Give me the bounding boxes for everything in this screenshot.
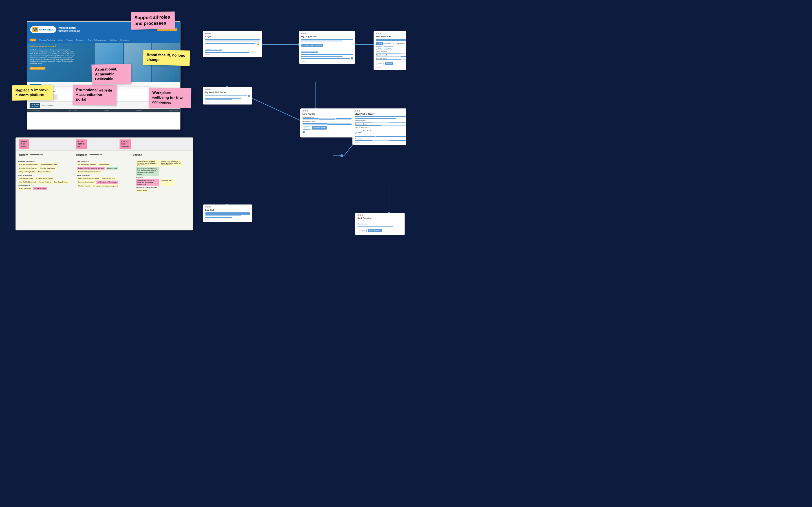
ess-add-btn[interactable]: + Add (376, 42, 384, 45)
sticky-ww-member: WorkWell Member Programs (18, 167, 38, 170)
sticky-ww-is-my-area: consider 'WorkWell is my area' approach (77, 167, 105, 170)
org-dots (301, 33, 353, 34)
login-field2 (205, 41, 260, 41)
login-row: 🔒 (205, 42, 260, 45)
sticky-ww-cases: WorkWell Case Studies (39, 167, 56, 170)
sticky-where-is-ww: Where is WorkWell (18, 187, 32, 190)
org-line2 (301, 41, 343, 41)
footer-link-news[interactable]: News & Events (68, 110, 77, 112)
sticky-benefits-wp: Benefits Workplace Health (40, 163, 58, 166)
sticky-what-goodwork: What is GoodWork? (37, 170, 52, 173)
np-indicator-dot (303, 131, 305, 133)
portal-footer: Footer (205, 101, 250, 103)
create-new-org-btn[interactable]: + Create New Org Profile (301, 42, 353, 47)
logo-wordmark: WORKWELL (39, 28, 54, 31)
aq-new-question-row: New Question (357, 221, 402, 226)
right-panel: Login 🔒 WorkWell Portal Login Footer My … (197, 0, 406, 253)
flow-box-add-question: Add Question New Question Cancel Save Qu… (355, 213, 405, 235)
ess-footer: Footer (376, 66, 406, 68)
sticky-mgmt-commitment: senior management commitment (77, 177, 100, 180)
sticky-current-members: Current WorkWell members (77, 163, 97, 166)
portal-dot (248, 95, 250, 97)
ess-title: Edit Staff Surv... (376, 35, 406, 38)
flow-box-my-workwell-portal: My WorkWell Portal Footer (203, 87, 252, 105)
vpr-costs-lines (355, 125, 406, 126)
sticky-consider-ww: consider WorkWell (33, 187, 47, 190)
nav-members[interactable]: Members (109, 39, 118, 41)
sticky-how-works: How WorkWell Works (18, 177, 34, 180)
ess-section3: Edit Section 3 (376, 57, 406, 59)
header-tagline: Working better through wellbeing (58, 26, 80, 33)
nav-wellbeing[interactable]: Workplace Wellbeing (38, 39, 56, 41)
ess-line2 (376, 40, 406, 41)
nav-priority[interactable]: Priority Wellbeing Areas (87, 39, 107, 41)
org-footer: Footer (301, 60, 353, 62)
nav-about[interactable]: About (57, 39, 64, 41)
stage-commit: Commit (133, 152, 190, 157)
footer-link-privacy[interactable]: Privacy Policy (169, 110, 177, 112)
nav-process[interactable]: Process (65, 39, 74, 41)
logout-footer: Footer (205, 219, 250, 221)
ess-save-btn[interactable]: Save (376, 62, 384, 65)
hero-cta-btn[interactable]: Join WorkWell Today (30, 67, 45, 69)
ess-preview-btn[interactable]: Preview (384, 47, 393, 50)
np-demo-label: Demographics (303, 116, 352, 118)
hero-body: WorkWell is a free, workplace wellbeing … (30, 49, 75, 65)
ess-dots (376, 33, 406, 34)
logout-line1 (205, 212, 250, 215)
left-panel: W WORKWELL Working better through wellbe… (0, 0, 197, 253)
sticky-brand: Brand facelift, no logo change (143, 50, 190, 66)
vpr-line-chart (355, 129, 371, 135)
stage-qualify: Qualify ——→ (19, 152, 76, 157)
board-stage-labels: Qualify ——→ Consider ——→ Commit (16, 151, 193, 158)
footer-link-sitemap[interactable]: Sitemap (137, 110, 142, 112)
svg-point-15 (340, 154, 343, 157)
sticky-what-do-i-need: what do I need to do? (101, 177, 116, 180)
np-costs-lines (303, 123, 352, 125)
nav-community[interactable]: Commun... (119, 39, 130, 41)
board-col-qualify: Workplace Wellbeing What is Workplace We… (16, 158, 75, 230)
aq-new-question-link[interactable]: New Question (357, 223, 368, 225)
board-header-stickies: What'sit allabout? Is thisright forme? h… (16, 138, 193, 151)
aq-buttons: Cancel Save Question (357, 228, 402, 232)
np-save-btn[interactable]: Save (303, 126, 310, 129)
sticky-how-much-time: how much time/resource? (77, 180, 96, 184)
sticky-ww-begins: WorkWell begins (98, 163, 110, 166)
ess-publish-btn[interactable]: Publish (385, 62, 393, 65)
aq-save-btn[interactable]: Save Question (368, 229, 382, 232)
ess-section2-lines (376, 56, 406, 57)
flow-box-log-out: Log Out Footer (203, 205, 252, 222)
sticky-cta-language: consider CTA language, in Apply, Join No… (136, 179, 159, 186)
ess-edit-btn[interactable]: Edit (376, 47, 382, 50)
nav-resources[interactable]: Resources (75, 39, 86, 41)
board-columns: Workplace Wellbeing What is Workplace We… (16, 158, 193, 230)
vpr-title: View Profile Report (355, 113, 406, 115)
sticky-success-stories: Success Stories (106, 167, 118, 170)
aq-dots (357, 214, 402, 216)
flow-box-edit-staff-survey: Edit Staff Surv... + Add Question / H...… (373, 31, 406, 70)
ess-section1: Edit Section 1 (376, 51, 406, 52)
login-footer: Footer (205, 54, 260, 55)
footer-link-community[interactable]: Community Links (30, 110, 40, 112)
sticky-replace: Replace & improve custom platform (12, 85, 53, 101)
login-dots (205, 33, 260, 34)
toi-te-ora-logo: TOI TE ORA PUBLIC HEAL... (30, 103, 40, 108)
vpr-demo-lines (355, 122, 406, 122)
create-org-profile-btn[interactable]: + Create New Org Profile (301, 44, 323, 47)
view-past-org-link[interactable]: View Past Org Profiles (301, 51, 318, 52)
qualify-team-stickies: Where is WorkWell consider WorkWell (18, 187, 72, 190)
workwell-portal-login-link[interactable]: WorkWell Portal Login (205, 49, 222, 50)
arrow-qualify: ——→ (31, 152, 44, 157)
vpr-progress-label: Progress (355, 138, 406, 140)
sticky-3-step: consider 3-step onboarding: 1 access Wor… (160, 160, 182, 166)
footer-link-contact[interactable]: Contact (104, 110, 109, 112)
sticky-contact-details: Contact details (136, 189, 148, 192)
np-footer: Footer (303, 134, 352, 136)
new-profile-title: New Profile (303, 113, 352, 115)
sticky-cycle-steps: Cycle Steps & Stages (53, 180, 69, 184)
org-line3 (301, 54, 353, 55)
vpr-line1 (355, 116, 406, 117)
nav-home[interactable]: Home (30, 39, 36, 41)
np-generate-btn[interactable]: Generate Profile (312, 126, 327, 129)
aq-cancel-btn[interactable]: Cancel (358, 229, 366, 232)
